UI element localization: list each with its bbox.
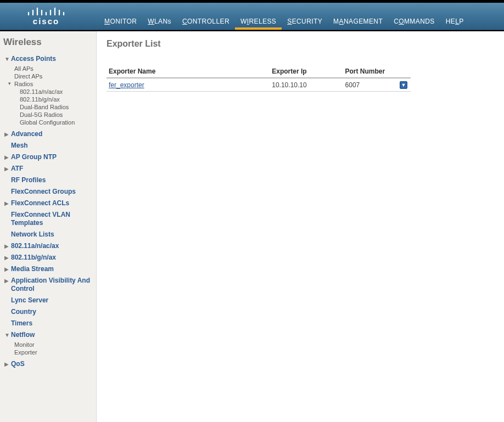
header-bar: cisco MONITOR WLANs CONTROLLER WIRELESS … bbox=[0, 3, 504, 30]
sidebar-item-netflow[interactable]: ▼ Netflow bbox=[2, 329, 94, 341]
sidebar-item-flexconnect-vlan[interactable]: FlexConnect VLAN Templates bbox=[2, 209, 94, 229]
col-exporter-name: Exporter Name bbox=[107, 65, 270, 78]
nav-management[interactable]: MANAGEMENT bbox=[328, 14, 388, 30]
sidebar-sub-radio-dual[interactable]: Dual-Band Radios bbox=[20, 103, 94, 111]
sidebar-sub-radio-global[interactable]: Global Configuration bbox=[20, 119, 94, 126]
sidebar-item-ap-group-ntp[interactable]: ▶ AP Group NTP bbox=[2, 151, 94, 163]
sidebar-item-atf[interactable]: ▶ ATF bbox=[2, 163, 94, 175]
sidebar-sub-direct-aps[interactable]: Direct APs bbox=[14, 72, 94, 80]
exporter-name-link[interactable]: fer_exporter bbox=[109, 81, 144, 89]
chevron-right-icon: ▶ bbox=[4, 199, 11, 206]
sidebar-item-label: RF Profiles bbox=[11, 176, 46, 184]
sidebar-item-label: FlexConnect Groups bbox=[11, 188, 76, 196]
chevron-right-icon: ▶ bbox=[4, 265, 11, 272]
chevron-right-icon: ▶ bbox=[4, 242, 11, 249]
sidebar-sub-radio-dual5g[interactable]: Dual-5G Radios bbox=[20, 111, 94, 119]
chevron-right-icon: ▶ bbox=[4, 130, 11, 137]
sidebar-item-label: Media Stream bbox=[11, 265, 54, 273]
sidebar-item-label: AP Group NTP bbox=[11, 153, 57, 161]
sidebar-item-network-lists[interactable]: Network Lists bbox=[2, 229, 94, 240]
sidebar-item-label: FlexConnect ACLs bbox=[11, 199, 69, 207]
col-port-number: Port Number bbox=[343, 65, 397, 78]
sidebar-item-label: Netflow bbox=[11, 331, 35, 339]
sidebar-item-label: Timers bbox=[11, 319, 32, 328]
page-title: Exporter List bbox=[107, 39, 494, 49]
sidebar-item-label: QoS bbox=[11, 360, 25, 368]
nav-controller[interactable]: CONTROLLER bbox=[177, 14, 235, 30]
sidebar-item-advanced[interactable]: ▶ Advanced bbox=[2, 128, 94, 140]
chevron-down-icon: ▼ bbox=[4, 55, 11, 62]
sidebar-item-lync[interactable]: Lync Server bbox=[2, 295, 94, 306]
sidebar-item-access-points[interactable]: ▼ Access Points bbox=[2, 53, 94, 65]
cisco-logo: cisco bbox=[0, 2, 99, 30]
chevron-right-icon: ▶ bbox=[4, 165, 11, 172]
sidebar-sub-netflow-monitor[interactable]: Monitor bbox=[14, 341, 94, 348]
sidebar-sub-netflow-exporter[interactable]: Exporter bbox=[14, 348, 94, 356]
col-exporter-ip: Exporter Ip bbox=[270, 65, 343, 78]
chevron-right-icon: ▶ bbox=[4, 277, 11, 284]
exporter-port-cell: 6007 bbox=[343, 78, 397, 92]
svg-text:cisco: cisco bbox=[33, 16, 59, 26]
nav-wireless[interactable]: WIRELESS bbox=[235, 14, 282, 30]
exporter-table: Exporter Name Exporter Ip Port Number fe… bbox=[107, 65, 411, 92]
sidebar-item-country[interactable]: Country bbox=[2, 306, 94, 318]
chevron-down-icon: ▼ bbox=[4, 331, 11, 338]
sidebar-item-label: Advanced bbox=[11, 130, 42, 138]
main-nav: MONITOR WLANs CONTROLLER WIRELESS SECURI… bbox=[99, 2, 469, 30]
sidebar-sub-radio-b[interactable]: 802.11b/g/n/ax bbox=[20, 95, 94, 103]
sidebar-sub-radios[interactable]: Radios bbox=[9, 80, 94, 88]
sidebar-item-flexconnect-groups[interactable]: FlexConnect Groups bbox=[2, 186, 94, 198]
sidebar-item-label: ATF bbox=[11, 165, 23, 173]
chevron-right-icon: ▶ bbox=[4, 360, 11, 367]
sidebar-item-label: Country bbox=[11, 308, 36, 316]
table-row: fer_exporter 10.10.10.10 6007 ▼ bbox=[107, 78, 411, 92]
nav-wlans[interactable]: WLANs bbox=[142, 14, 177, 30]
sidebar-item-media-stream[interactable]: ▶ Media Stream bbox=[2, 263, 94, 275]
exporter-ip-cell: 10.10.10.10 bbox=[270, 78, 343, 92]
sidebar-item-label: Access Points bbox=[11, 55, 56, 63]
sidebar-title: Wireless bbox=[2, 36, 94, 53]
sidebar: Wireless ▼ Access Points All APs Direct … bbox=[0, 31, 97, 422]
sidebar-item-label: Mesh bbox=[11, 142, 28, 150]
sidebar-item-flexconnect-acls[interactable]: ▶ FlexConnect ACLs bbox=[2, 198, 94, 209]
sidebar-item-rf-profiles[interactable]: RF Profiles bbox=[2, 175, 94, 186]
sidebar-item-avc[interactable]: ▶ Application Visibility And Control bbox=[2, 275, 94, 295]
sidebar-item-label: 802.11a/n/ac/ax bbox=[11, 242, 59, 250]
nav-security[interactable]: SECURITY bbox=[282, 14, 328, 30]
col-actions bbox=[397, 65, 411, 78]
sidebar-item-label: Lync Server bbox=[11, 296, 48, 305]
sidebar-item-band-b[interactable]: ▶ 802.11b/g/n/ax bbox=[2, 252, 94, 263]
nav-commands[interactable]: COMMANDS bbox=[388, 14, 440, 30]
sidebar-item-qos[interactable]: ▶ QoS bbox=[2, 358, 94, 370]
sidebar-sub-radio-a[interactable]: 802.11a/n/ac/ax bbox=[20, 88, 94, 95]
sidebar-item-label: Application Visibility And Control bbox=[11, 277, 94, 293]
sidebar-item-label: FlexConnect VLAN Templates bbox=[11, 211, 94, 227]
chevron-right-icon: ▶ bbox=[4, 254, 11, 261]
sidebar-item-timers[interactable]: Timers bbox=[2, 318, 94, 329]
sidebar-item-label: 802.11b/g/n/ax bbox=[11, 254, 56, 262]
sidebar-item-mesh[interactable]: Mesh bbox=[2, 140, 94, 151]
nav-monitor[interactable]: MONITOR bbox=[99, 14, 142, 30]
content-area: Exporter List Exporter Name Exporter Ip … bbox=[97, 31, 504, 422]
row-action-dropdown[interactable]: ▼ bbox=[400, 81, 407, 89]
nav-help[interactable]: HELP bbox=[440, 14, 469, 30]
sidebar-item-label: Network Lists bbox=[11, 230, 54, 239]
sidebar-item-band-a[interactable]: ▶ 802.11a/n/ac/ax bbox=[2, 240, 94, 252]
chevron-right-icon: ▶ bbox=[4, 153, 11, 160]
sidebar-sub-all-aps[interactable]: All APs bbox=[14, 65, 94, 72]
